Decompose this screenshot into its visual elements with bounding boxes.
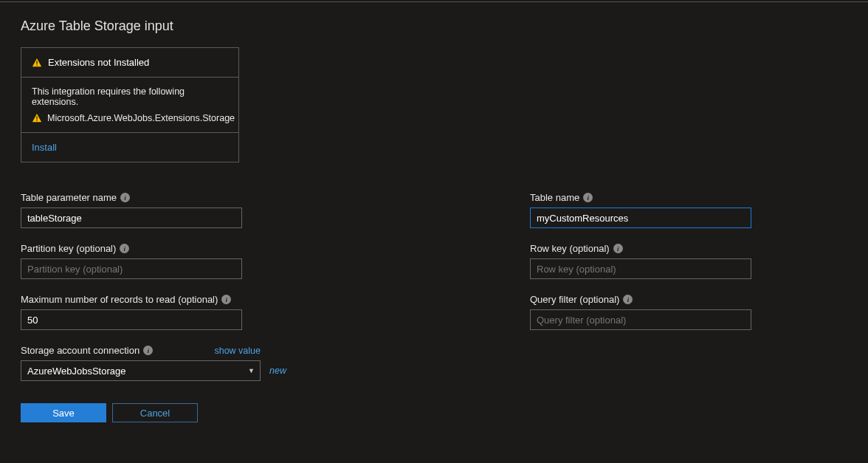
storage-connection-value: AzureWebJobsStorage xyxy=(27,366,125,377)
svg-rect-2 xyxy=(36,116,37,119)
show-value-link[interactable]: show value xyxy=(214,346,261,356)
storage-connection-label: Storage account connection xyxy=(21,345,140,356)
query-filter-input[interactable] xyxy=(530,309,751,330)
extension-name: Microsoft.Azure.WebJobs.Extensions.Stora… xyxy=(47,113,235,123)
install-link[interactable]: Install xyxy=(32,142,57,153)
save-button[interactable]: Save xyxy=(21,403,106,422)
partition-key-label: Partition key (optional) xyxy=(21,243,116,254)
new-connection-link[interactable]: new xyxy=(269,366,286,376)
info-icon[interactable]: i xyxy=(120,244,129,253)
info-icon[interactable]: i xyxy=(583,193,593,202)
storage-connection-select[interactable]: AzureWebJobsStorage ▼ xyxy=(21,360,261,381)
table-parameter-name-input[interactable] xyxy=(21,208,242,228)
extensions-alert: Extensions not Installed This integratio… xyxy=(21,47,239,162)
warning-icon xyxy=(32,113,42,123)
info-icon[interactable]: i xyxy=(221,295,231,304)
svg-rect-0 xyxy=(36,61,37,64)
alert-body-text: This integration requires the following … xyxy=(32,86,228,107)
table-parameter-name-label: Table parameter name xyxy=(21,192,117,203)
table-name-input[interactable] xyxy=(530,208,751,228)
svg-rect-3 xyxy=(36,120,37,121)
info-icon[interactable]: i xyxy=(613,244,623,253)
alert-header-text: Extensions not Installed xyxy=(48,57,149,68)
chevron-down-icon: ▼ xyxy=(248,367,255,374)
max-records-input[interactable] xyxy=(21,309,242,330)
row-key-label: Row key (optional) xyxy=(530,243,610,254)
page-title: Azure Table Storage input xyxy=(21,18,847,34)
cancel-button[interactable]: Cancel xyxy=(112,403,198,422)
svg-rect-1 xyxy=(36,64,37,65)
info-icon[interactable]: i xyxy=(623,295,633,304)
info-icon[interactable]: i xyxy=(120,193,130,202)
table-name-label: Table name xyxy=(530,192,579,203)
query-filter-label: Query filter (optional) xyxy=(530,294,619,305)
row-key-input[interactable] xyxy=(530,258,751,279)
info-icon[interactable]: i xyxy=(143,346,153,355)
warning-icon xyxy=(32,58,42,68)
max-records-label: Maximum number of records to read (optio… xyxy=(21,294,218,305)
partition-key-input[interactable] xyxy=(21,258,242,279)
